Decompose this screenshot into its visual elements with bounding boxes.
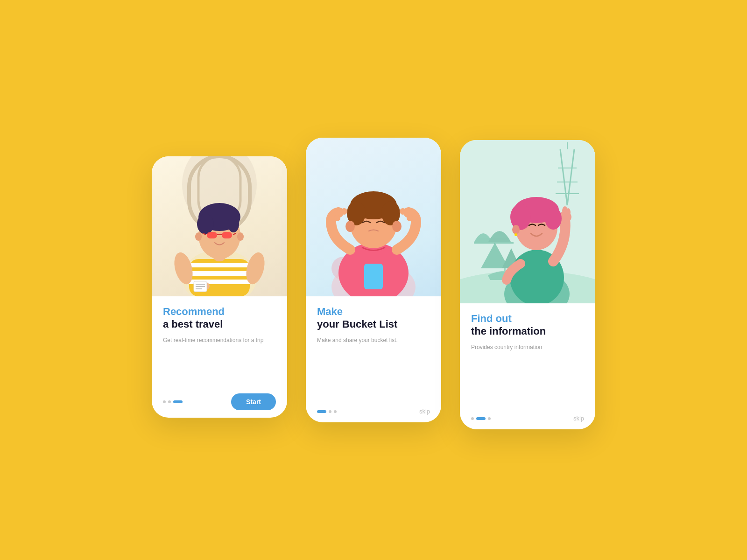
card2-dot-1-active [317,410,326,413]
dot-2 [168,400,171,403]
card-3-illustration [460,140,595,303]
card-1-title-colored: Recommend [163,306,276,318]
card-2-content: Make your Bucket List Make and share you… [306,296,441,402]
svg-point-20 [195,232,202,241]
svg-point-38 [392,221,402,232]
card-3-description: Provides country information [471,343,584,402]
dot-1 [163,400,166,403]
card-2-footer: skip [306,402,441,422]
svg-rect-15 [207,232,217,238]
svg-rect-53 [474,242,514,244]
svg-point-37 [345,221,355,232]
svg-rect-31 [364,264,383,289]
card3-dot-2-active [476,417,486,420]
svg-point-61 [566,208,571,217]
dot-3-active [173,400,183,403]
card-1-illustration [152,156,287,296]
svg-rect-5 [189,263,250,267]
svg-point-13 [197,214,214,234]
svg-point-68 [514,233,517,236]
card-2-title-black: your Bucket List [317,318,430,331]
skip-button-3[interactable]: skip [573,415,584,422]
card-1-title-black: a best travel [163,318,276,331]
svg-point-66 [545,207,562,230]
skip-button-2[interactable]: skip [419,408,430,415]
svg-point-67 [512,225,520,234]
svg-point-44 [407,215,413,221]
onboarding-card-3: Find out the information Provides countr… [460,140,595,429]
card-1-footer: Start [152,388,287,418]
card-2-illustration [306,138,441,296]
card-3-title-black: the information [471,325,584,338]
card-3-footer: skip [460,409,595,429]
onboarding-card-1: Recommend a best travel Get real-time re… [152,156,287,418]
card-3-content: Find out the information Provides countr… [460,303,595,409]
onboarding-card-2: Make your Bucket List Make and share you… [306,138,441,422]
svg-rect-16 [222,232,232,238]
svg-point-40 [341,208,347,215]
svg-point-41 [334,215,340,221]
start-button[interactable]: Start [231,393,276,410]
card-1-content: Recommend a best travel Get real-time re… [152,296,287,388]
svg-point-43 [400,208,406,215]
card3-dot-1 [471,417,474,420]
svg-rect-6 [189,271,250,276]
card-2-description: Make and share your bucket list. [317,336,430,395]
svg-point-21 [237,232,244,241]
svg-point-65 [510,204,531,230]
card3-dot-3 [488,417,491,420]
svg-point-14 [228,216,239,232]
card2-dot-2 [329,410,331,413]
card-2-dots [317,410,337,413]
card-3-title-colored: Find out [471,313,584,325]
card2-dot-3 [334,410,337,413]
card-3-dots [471,417,491,420]
card-2-title-colored: Make [317,306,430,318]
card-1-description: Get real-time recommendations for a trip [163,336,276,380]
card-1-dots [163,400,183,403]
